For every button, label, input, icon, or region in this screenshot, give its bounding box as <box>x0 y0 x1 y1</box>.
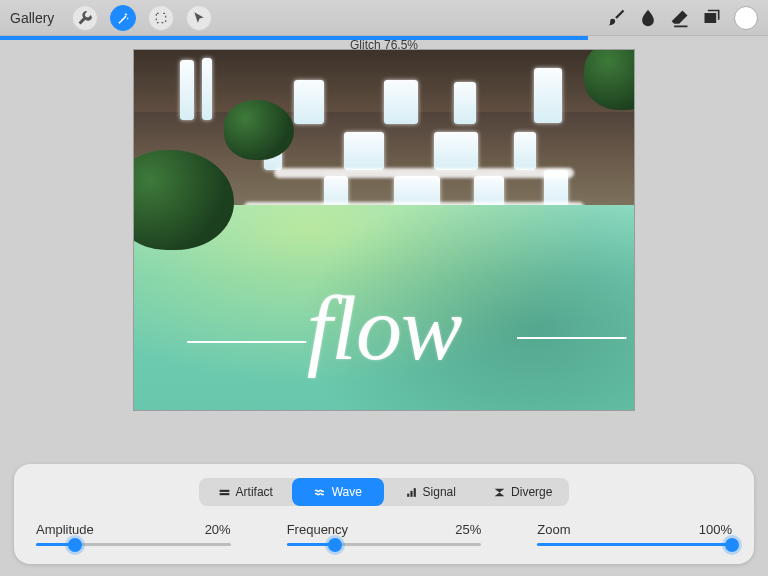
amplitude-slider[interactable]: Amplitude 20% <box>36 522 231 546</box>
slider-thumb[interactable] <box>68 538 82 552</box>
zoom-slider[interactable]: Zoom 100% <box>537 522 732 546</box>
signal-icon <box>405 486 418 499</box>
canvas-bg <box>514 132 536 170</box>
canvas-text-content: flow <box>307 277 461 379</box>
canvas-calligraphy-text: flow <box>307 275 461 381</box>
mode-label: Artifact <box>236 485 273 499</box>
svg-rect-0 <box>219 489 229 491</box>
mode-label: Wave <box>332 485 362 499</box>
brush-icon[interactable] <box>606 8 626 28</box>
slider-label: Zoom <box>537 522 570 537</box>
filter-progress-fill <box>0 36 588 40</box>
diverge-icon <box>493 486 506 499</box>
canvas[interactable]: flow <box>134 50 634 410</box>
canvas-bg <box>224 100 294 160</box>
canvas-bg <box>454 82 476 124</box>
mode-wave[interactable]: Wave <box>292 478 385 506</box>
wave-icon <box>314 486 327 499</box>
svg-rect-4 <box>413 488 415 497</box>
canvas-bg <box>294 80 324 124</box>
slider-label: Amplitude <box>36 522 94 537</box>
mode-signal[interactable]: Signal <box>384 478 477 506</box>
filter-progress-track[interactable] <box>0 36 768 40</box>
canvas-bg <box>202 58 212 120</box>
toolbar-right <box>606 6 758 30</box>
canvas-bg <box>180 60 194 120</box>
mode-artifact[interactable]: Artifact <box>199 478 292 506</box>
svg-rect-2 <box>407 493 409 496</box>
slider-fill <box>537 543 732 546</box>
cursor-icon[interactable] <box>186 5 212 31</box>
slider-value: 100% <box>699 522 732 537</box>
canvas-bg <box>344 132 384 170</box>
slider-value: 20% <box>205 522 231 537</box>
slider-thumb[interactable] <box>725 538 739 552</box>
svg-rect-3 <box>410 490 412 496</box>
adjustment-panel: Artifact Wave Signal Diverge Amplitude 2… <box>14 464 754 564</box>
canvas-bg <box>434 132 478 170</box>
gallery-button[interactable]: Gallery <box>10 10 54 26</box>
top-toolbar: Gallery <box>0 0 768 36</box>
slider-track[interactable] <box>36 543 231 546</box>
selection-icon[interactable] <box>148 5 174 31</box>
sliders-row: Amplitude 20% Frequency 25% Zoom 100% <box>36 522 732 546</box>
canvas-bg <box>274 168 574 178</box>
svg-rect-1 <box>219 493 229 495</box>
mode-label: Diverge <box>511 485 552 499</box>
mode-segmented-control: Artifact Wave Signal Diverge <box>199 478 569 506</box>
slider-thumb[interactable] <box>328 538 342 552</box>
mode-label: Signal <box>423 485 456 499</box>
magic-wand-icon[interactable] <box>110 5 136 31</box>
artifact-icon <box>218 486 231 499</box>
slider-label: Frequency <box>287 522 348 537</box>
toolbar-left: Gallery <box>10 5 212 31</box>
swash-line <box>517 337 627 339</box>
wrench-icon[interactable] <box>72 5 98 31</box>
color-swatch[interactable] <box>734 6 758 30</box>
canvas-bg <box>534 68 562 123</box>
frequency-slider[interactable]: Frequency 25% <box>287 522 482 546</box>
canvas-bg <box>384 80 418 124</box>
mode-diverge[interactable]: Diverge <box>477 478 570 506</box>
layers-icon[interactable] <box>702 8 722 28</box>
slider-track[interactable] <box>287 543 482 546</box>
slider-value: 25% <box>455 522 481 537</box>
swash-line <box>187 341 307 343</box>
smudge-icon[interactable] <box>638 8 658 28</box>
eraser-icon[interactable] <box>670 8 690 28</box>
slider-track[interactable] <box>537 543 732 546</box>
